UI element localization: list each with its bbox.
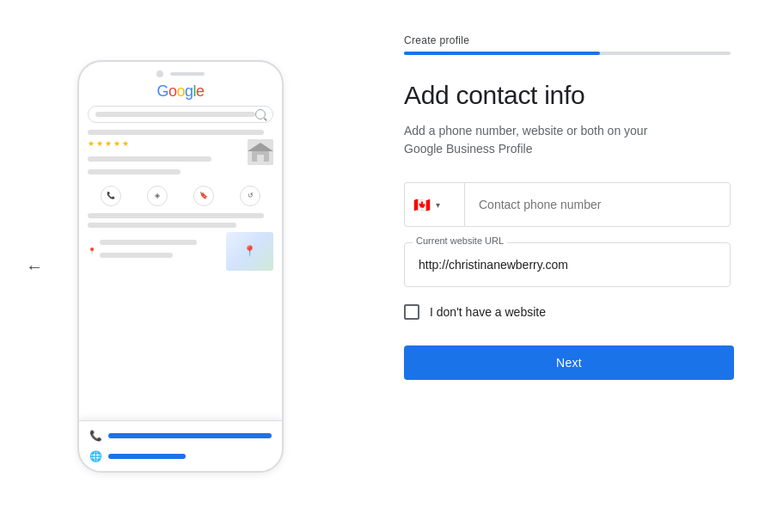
content-line-3: [88, 169, 180, 174]
phone-input-row[interactable]: 🇨🇦 ▾: [404, 182, 731, 227]
website-field-label: Current website URL: [413, 235, 507, 246]
progress-bar-track: [404, 52, 731, 55]
website-url-input[interactable]: [404, 242, 731, 287]
map-lines: [100, 240, 221, 262]
phone-card-phone-line: [108, 433, 272, 438]
phone-card-website-line: [108, 454, 186, 459]
next-button[interactable]: Next: [404, 345, 734, 380]
country-flag: 🇨🇦: [413, 197, 431, 213]
phone-search-icon: [255, 109, 266, 119]
action-icon-directions: ◈: [147, 186, 168, 206]
page-title: Add contact info: [404, 81, 734, 110]
left-panel: ← Google: [0, 0, 361, 532]
phone-top-bar: [79, 62, 282, 83]
content-line-1: [88, 130, 264, 135]
phone-camera: [156, 70, 163, 77]
phone-card-phone-icon: 📞: [89, 430, 101, 442]
shop-icon: [248, 139, 273, 165]
phone-number-input[interactable]: [464, 182, 731, 227]
map-thumbnail: [226, 232, 273, 271]
progress-header: Create profile: [404, 34, 734, 55]
back-button[interactable]: ←: [26, 256, 43, 276]
dropdown-arrow-icon: ▾: [436, 200, 440, 210]
action-icon-call: 📞: [101, 186, 121, 206]
no-website-checkbox[interactable]: [404, 304, 419, 320]
business-row: ★ ★ ★ ★ ★: [88, 139, 273, 179]
phone-speaker: [170, 72, 205, 76]
action-icons-row: 📞 ◈ 🔖 ↺ ›: [88, 186, 273, 206]
phone-screen: Google ★ ★ ★ ★ ★: [79, 83, 282, 271]
map-row: 📍: [88, 232, 273, 271]
checkbox-row[interactable]: I don't have a website: [404, 304, 734, 320]
phone-mockup: Google ★ ★ ★ ★ ★: [77, 60, 284, 473]
map-line-2: [100, 253, 173, 258]
country-selector[interactable]: 🇨🇦 ▾: [404, 182, 464, 227]
page-subtitle: Add a phone number, website or both on y…: [404, 122, 734, 158]
business-lines: ★ ★ ★ ★ ★: [88, 139, 242, 179]
phone-bottom-card: 📞 🌐: [79, 420, 282, 471]
content-line-2: [88, 156, 211, 162]
phone-card-globe-icon: 🌐: [89, 450, 101, 462]
map-line-1: [100, 240, 197, 245]
phone-card-globe-row: 🌐: [89, 450, 272, 462]
content-line-4: [88, 213, 264, 218]
phone-search-line: [95, 112, 255, 117]
website-field-wrapper: Current website URL: [404, 242, 731, 287]
progress-label: Create profile: [404, 34, 734, 46]
phone-search-bar: [88, 106, 273, 123]
right-panel: Create profile Add contact info Add a ph…: [361, 0, 777, 532]
progress-bar-fill: [404, 52, 600, 55]
phone-card-phone-row: 📞: [89, 430, 272, 442]
google-logo: Google: [88, 83, 273, 101]
action-icon-share: ↺: [240, 186, 260, 206]
content-line-5: [88, 223, 236, 228]
no-website-label[interactable]: I don't have a website: [430, 305, 546, 319]
stars-row: ★ ★ ★ ★ ★: [88, 139, 242, 148]
action-icon-save: 🔖: [193, 186, 214, 206]
svg-rect-3: [257, 155, 264, 162]
